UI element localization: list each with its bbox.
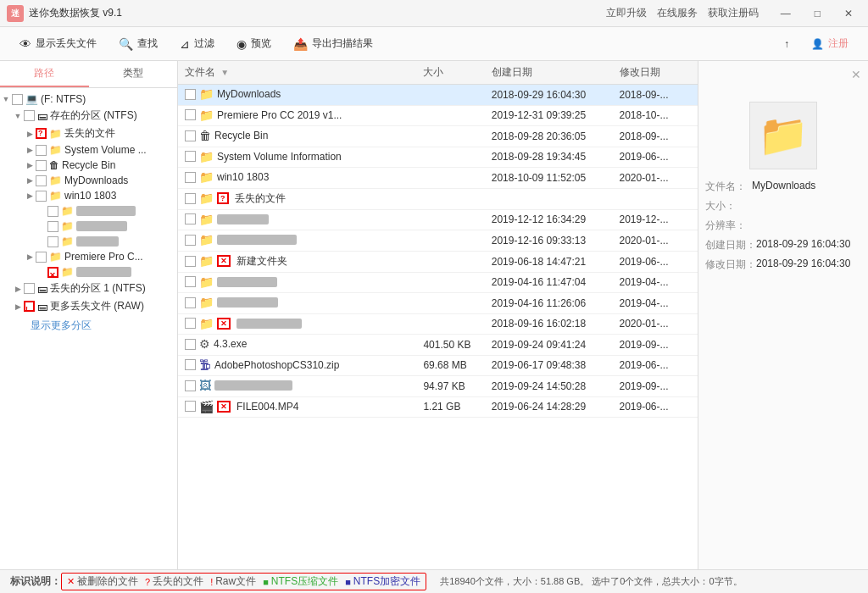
search-btn[interactable]: 🔍 查找: [109, 31, 167, 56]
expand-b3[interactable]: [36, 236, 47, 247]
table-row[interactable]: 📁 Premiere Pro CC 2019 v1... 2019-12-31 …: [178, 105, 698, 126]
preview-btn[interactable]: ◉ 预览: [227, 31, 281, 56]
tree-item-raw[interactable]: ▶ ! 🖴 更多丢失文件 (RAW): [0, 297, 177, 315]
service-btn[interactable]: 在线服务: [657, 6, 698, 20]
expand-raw[interactable]: ▶: [12, 301, 24, 313]
table-row[interactable]: ⚙ 4.3.exe 401.50 KB 2019-09-24 09:41:24 …: [178, 335, 698, 356]
table-row[interactable]: 📁 ? 丢失的文件: [178, 188, 698, 209]
checkbox-sysvol[interactable]: [36, 145, 47, 156]
table-row[interactable]: 📁 2019-04-16 11:47:04 2019-04-...: [178, 272, 698, 293]
col-name[interactable]: 文件名 ▼: [178, 61, 416, 85]
row-checkbox[interactable]: [185, 130, 196, 141]
register-btn[interactable]: 获取注册码: [708, 6, 759, 20]
expand-mydownloads[interactable]: ▶: [24, 175, 36, 186]
table-row[interactable]: 📁 System Volume Information 2018-09-28 1…: [178, 147, 698, 168]
row-checkbox[interactable]: [185, 256, 196, 267]
expand-win10[interactable]: ▶: [24, 190, 36, 202]
expand-lost-part[interactable]: ▶: [12, 283, 24, 295]
tree-item-lost-partition[interactable]: ▶ 🖴 丢失的分区 1 (NTFS): [0, 280, 177, 297]
tree-item-root[interactable]: ▼ 💻 (F: NTFS): [0, 91, 177, 107]
checkbox-lost[interactable]: ?: [36, 128, 47, 139]
expand-b1[interactable]: [36, 205, 47, 217]
checkbox-partition[interactable]: [24, 110, 35, 121]
checkbox-lost-part[interactable]: [24, 283, 35, 294]
row-checkbox[interactable]: [185, 151, 196, 162]
table-row[interactable]: 🖼 94.97 KB 2019-09-24 14:50:28 2019-09-.…: [178, 376, 698, 397]
expand-b2[interactable]: [36, 220, 47, 232]
table-row[interactable]: 📁 ✕ 2018-09-16 16:02:18 2020-01-...: [178, 313, 698, 335]
row-checkbox[interactable]: [185, 213, 196, 224]
tree-item-partition[interactable]: ▼ 🖴 存在的分区 (NTFS): [0, 107, 177, 125]
tree-item-blurred3[interactable]: 📁: [0, 234, 177, 249]
tab-type[interactable]: 类型: [89, 61, 178, 87]
checkbox-b1[interactable]: [47, 206, 58, 217]
close-btn[interactable]: ✕: [836, 6, 861, 21]
row-checkbox[interactable]: [185, 318, 196, 329]
checkbox-win10[interactable]: [36, 191, 47, 202]
expand-root[interactable]: ▼: [0, 93, 12, 105]
blurred3-label: [76, 236, 119, 247]
col-name-cell: 🎬 ✕ FILE004.MP4: [178, 396, 416, 418]
tree-item-blurred1[interactable]: 📁: [0, 203, 177, 219]
checkbox-b4[interactable]: ✕: [47, 267, 58, 278]
expand-b4[interactable]: [36, 266, 47, 278]
checkbox-mydownloads[interactable]: [36, 175, 47, 186]
expand-recycle[interactable]: ▶: [24, 159, 36, 171]
table-row[interactable]: 🗑 Recycle Bin 2018-09-28 20:36:05 2018-0…: [178, 126, 698, 147]
checkbox-raw[interactable]: !: [24, 301, 35, 312]
col-size[interactable]: 大小: [416, 61, 484, 85]
show-lost-btn[interactable]: 👁 显示丢失文件: [10, 31, 106, 56]
table-row[interactable]: 📁 win10 1803 2018-10-09 11:52:05 2020-01…: [178, 168, 698, 189]
col-created[interactable]: 创建日期: [485, 61, 613, 85]
stat-text: 共18940个文件，大小：51.88 GB。 选中了0个文件，总共大小：0字节。: [440, 575, 742, 588]
col-modified[interactable]: 修改日期: [613, 61, 698, 85]
row-checkbox[interactable]: [185, 401, 196, 412]
table-row[interactable]: 📁 2019-04-16 11:26:06 2019-04-...: [178, 293, 698, 314]
row-checkbox[interactable]: [185, 193, 196, 204]
user-btn[interactable]: 👤 注册: [802, 31, 858, 56]
row-checkbox[interactable]: [185, 276, 196, 287]
table-row[interactable]: 🗜 AdobePhotoshopCS310.zip 69.68 MB 2019-…: [178, 355, 698, 376]
tree-item-blurred4[interactable]: ✕ 📁: [0, 264, 177, 280]
row-checkbox[interactable]: [185, 297, 196, 308]
row-checkbox[interactable]: [185, 339, 196, 350]
checkbox-premiere[interactable]: [36, 252, 47, 263]
table-row[interactable]: 📁 2019-12-12 16:34:29 2019-12-...: [178, 209, 698, 230]
row-checkbox[interactable]: [185, 235, 196, 246]
tree-item-sysvol[interactable]: ▶ 📁 System Volume ...: [0, 142, 177, 158]
maximize-btn[interactable]: □: [806, 6, 829, 21]
right-panel-close[interactable]: ✕: [851, 68, 861, 81]
expand-premiere[interactable]: ▶: [24, 251, 36, 263]
row-checkbox[interactable]: [185, 89, 196, 100]
tab-path[interactable]: 路径: [0, 61, 89, 87]
filter-btn[interactable]: ⊿ 过滤: [170, 31, 224, 56]
show-more-partitions[interactable]: 显示更多分区: [0, 315, 177, 336]
tree-item-blurred2[interactable]: 📁: [0, 219, 177, 234]
table-row[interactable]: 🎬 ✕ FILE004.MP4 1.21 GB 2019-06-24 14:28…: [178, 396, 698, 418]
share-btn[interactable]: ↑: [775, 33, 798, 55]
table-row[interactable]: 📁 2019-12-16 09:33:13 2020-01-...: [178, 230, 698, 252]
tree-item-win10[interactable]: ▶ 📁 win10 1803: [0, 188, 177, 203]
expand-sysvol[interactable]: ▶: [24, 144, 36, 156]
expand-lost[interactable]: ▶: [24, 128, 36, 140]
tree-item-lost[interactable]: ▶ ? 📁 丢失的文件: [0, 125, 177, 142]
row-checkbox[interactable]: [185, 172, 196, 183]
checkbox-root[interactable]: [12, 94, 23, 105]
tree-item-mydownloads[interactable]: ▶ 📁 MyDownloads: [0, 173, 177, 188]
tree-item-premiere[interactable]: ▶ 📁 Premiere Pro C...: [0, 249, 177, 264]
table-row[interactable]: 📁 MyDownloads 2018-09-29 16:04:30 2018-0…: [178, 85, 698, 106]
tree-item-recycle[interactable]: ▶ 🗑 Recycle Bin: [0, 158, 177, 173]
export-btn[interactable]: 📤 导出扫描结果: [284, 31, 382, 56]
checkbox-b3[interactable]: [47, 236, 58, 247]
row-checkbox[interactable]: [185, 359, 196, 370]
row-checkbox[interactable]: [185, 109, 196, 120]
expand-partition[interactable]: ▼: [12, 110, 24, 122]
row-checkbox[interactable]: [185, 380, 196, 391]
upgrade-btn[interactable]: 立即升级: [606, 6, 647, 20]
table-row[interactable]: 📁 ✕ 新建文件夹 2019-06-18 14:47:21 2019-06-..…: [178, 251, 698, 272]
col-name-cell: ⚙ 4.3.exe: [178, 335, 416, 356]
checkbox-recycle[interactable]: [36, 160, 47, 171]
checkbox-b2[interactable]: [47, 221, 58, 232]
recycle-icon: 🗑: [199, 129, 211, 142]
minimize-btn[interactable]: —: [772, 6, 799, 21]
